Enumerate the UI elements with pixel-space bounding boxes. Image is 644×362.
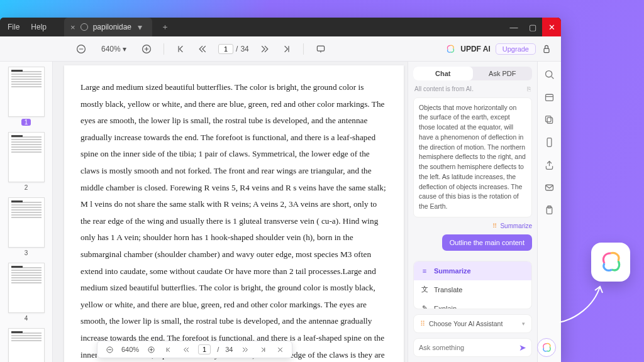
updf-ai-logo-icon [445, 44, 455, 54]
tab-chat[interactable]: Chat [413, 67, 473, 80]
svg-rect-21 [546, 94, 553, 101]
tab-dropdown-icon[interactable]: ▾ [138, 22, 142, 32]
lock-icon[interactable] [541, 43, 552, 55]
summarize-icon: ≡ [420, 266, 429, 275]
thumbnail-5[interactable] [5, 328, 47, 362]
mini-zoom-in[interactable] [145, 344, 157, 355]
svg-rect-25 [547, 138, 552, 146]
mini-sep: / [217, 346, 219, 353]
page-total: 34 [240, 45, 248, 53]
menu-file[interactable]: File [8, 23, 19, 31]
ai-fab-button[interactable] [537, 338, 556, 357]
action-label: Explain [434, 305, 457, 309]
action-explain[interactable]: ✎ Explain [414, 299, 531, 309]
app-window: File Help × papilonidae ▾ ＋ — ▢ ✕ 640% ▾… [0, 18, 561, 362]
tab-title: papilonidae [93, 23, 131, 31]
next-page-button[interactable] [259, 43, 270, 55]
mini-zoom-level[interactable]: 640% [121, 346, 139, 353]
upgrade-button[interactable]: Upgrade [496, 43, 536, 55]
svg-rect-7 [317, 46, 324, 51]
document-page: Large and medium sized beautiful butterf… [64, 65, 404, 362]
mini-total: 34 [225, 346, 233, 353]
thumbnail-panel: 1 2 3 4 [0, 62, 53, 362]
mini-last[interactable] [257, 344, 268, 355]
mini-page-input[interactable] [198, 344, 211, 354]
thumbnail-2[interactable]: 2 [5, 132, 47, 191]
mini-next[interactable] [239, 344, 250, 355]
ai-brand-label: UPDF AI [460, 45, 491, 53]
pointer-arrow [556, 282, 606, 326]
first-page-button[interactable] [175, 43, 187, 55]
main-area: 1 2 3 4 Large and medium sized beautiful… [0, 62, 561, 362]
grid-icon: ⠿ [420, 320, 425, 327]
floating-toolbar: 640% / 34 [97, 341, 292, 358]
ask-input[interactable] [419, 344, 515, 351]
thumb-num: 2 [25, 184, 28, 191]
new-tab-button[interactable]: ＋ [161, 21, 169, 33]
mini-prev[interactable] [180, 344, 192, 355]
page-input[interactable] [218, 44, 233, 54]
choose-assistant[interactable]: ⠿ Choose Your AI Assistant ▾ [413, 314, 532, 333]
action-label: Summarize [434, 267, 471, 275]
zoom-out-button[interactable] [75, 43, 87, 55]
prev-page-button[interactable] [197, 43, 208, 55]
assistant-label: Choose Your AI Assistant [429, 320, 502, 327]
copy-icon[interactable]: ⎘ [527, 85, 531, 92]
title-bar: File Help × papilonidae ▾ ＋ — ▢ ✕ [0, 18, 561, 36]
chevron-down-icon: ▾ [522, 321, 525, 327]
outline-button[interactable]: Outline the main content [442, 234, 532, 251]
thumbnail-4[interactable]: 4 [5, 263, 47, 322]
mini-close[interactable] [274, 344, 286, 355]
thumb-num: 1 [21, 119, 31, 126]
svg-point-19 [546, 70, 552, 77]
thumbnail-1[interactable]: 1 [5, 67, 47, 126]
grid-icon: ⠿ [492, 222, 497, 229]
ask-input-box: ➤ [413, 338, 532, 357]
window-minimize-button[interactable]: — [504, 18, 523, 36]
presentation-icon[interactable] [315, 43, 326, 55]
window-close-button[interactable]: ✕ [542, 18, 561, 36]
explain-icon: ✎ [420, 304, 429, 309]
phone-icon[interactable] [543, 136, 556, 148]
zoom-in-button[interactable] [141, 43, 152, 55]
clipboard-icon[interactable] [543, 204, 556, 216]
mail-icon[interactable] [543, 181, 556, 194]
calendar-icon[interactable] [543, 90, 556, 103]
cloud-icon [80, 23, 88, 31]
send-button[interactable]: ➤ [519, 343, 526, 353]
thumb-num: 4 [25, 315, 28, 322]
mini-zoom-out[interactable] [104, 344, 115, 355]
window-maximize-button[interactable]: ▢ [523, 18, 542, 36]
action-translate[interactable]: 文 Translate [414, 280, 531, 299]
action-label: Translate [434, 286, 462, 293]
page-indicator: / 34 [218, 44, 249, 54]
zoom-level[interactable]: 640% ▾ [97, 43, 131, 55]
action-summarize[interactable]: ≡ Summarize [414, 261, 531, 280]
translate-icon: 文 [420, 285, 429, 294]
share-icon[interactable] [543, 158, 556, 171]
thumb-num: 3 [25, 250, 28, 256]
external-updf-logo [591, 243, 630, 282]
svg-rect-23 [547, 118, 553, 123]
ai-actions: ≡ Summarize 文 Translate ✎ Explain [413, 261, 532, 309]
last-page-button[interactable] [280, 43, 292, 55]
tab-close-icon[interactable]: × [70, 23, 75, 32]
ai-mode-tabs: Chat Ask PDF [413, 67, 532, 80]
copy-icon[interactable] [543, 113, 556, 126]
svg-rect-27 [546, 185, 553, 190]
document-viewport[interactable]: Large and medium sized beautiful butterf… [53, 62, 408, 362]
search-icon[interactable] [543, 68, 556, 80]
mini-first[interactable] [163, 344, 174, 355]
thumbnail-3[interactable]: 3 [5, 197, 47, 256]
ai-disclaimer: All content is from AI. [414, 85, 474, 92]
document-tab[interactable]: × papilonidae ▾ [64, 18, 152, 36]
ai-response-card: Objects that move horizontally on the su… [413, 97, 532, 217]
menu-help[interactable]: Help [31, 23, 47, 31]
svg-rect-24 [546, 116, 552, 121]
document-text: Large and medium sized beautiful butterf… [80, 79, 387, 362]
tab-ask-pdf[interactable]: Ask PDF [473, 67, 533, 80]
summarize-tag: Summarize [500, 222, 532, 229]
svg-line-20 [552, 76, 553, 78]
svg-rect-9 [544, 48, 549, 52]
ai-panel: Chat Ask PDF All content is from AI. ⎘ O… [408, 62, 537, 362]
